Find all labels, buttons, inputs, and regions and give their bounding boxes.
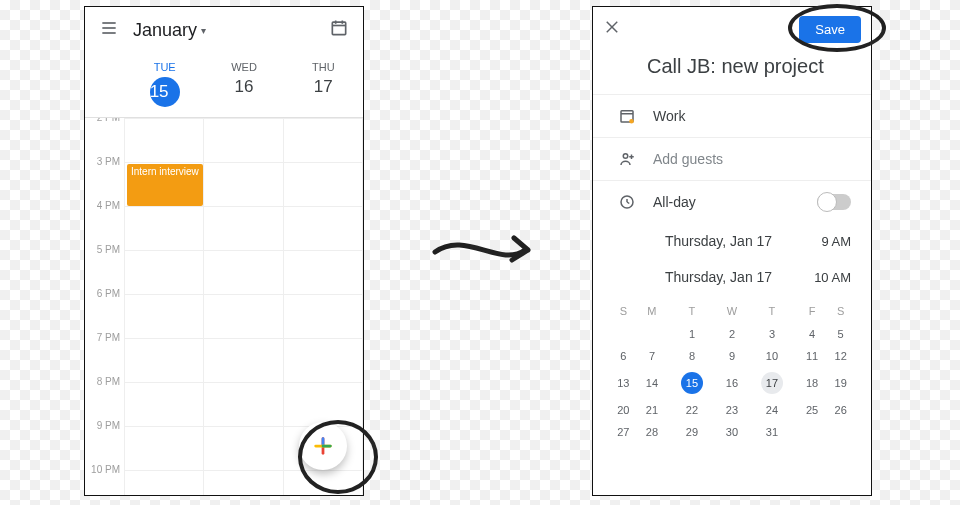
event-title-input[interactable]: Call JB: new project xyxy=(593,51,871,94)
svg-point-16 xyxy=(623,154,628,159)
hour-cell[interactable] xyxy=(125,338,204,382)
hour-label: 9 PM xyxy=(85,420,125,464)
hour-cell[interactable] xyxy=(204,206,283,250)
day-abbr: TUE xyxy=(154,61,176,73)
hour-label: 7 PM xyxy=(85,332,125,376)
mini-cal-day[interactable]: 19 xyxy=(826,367,855,399)
mini-cal-day[interactable]: 10 xyxy=(746,345,797,367)
close-icon[interactable] xyxy=(603,18,621,40)
mini-cal-day[interactable]: 4 xyxy=(798,323,827,345)
end-time: 10 AM xyxy=(814,270,851,285)
mini-cal-day[interactable]: 11 xyxy=(798,345,827,367)
mini-cal-day[interactable]: 25 xyxy=(798,399,827,421)
hour-cell[interactable] xyxy=(284,338,363,382)
day-number: 15 xyxy=(150,77,180,107)
mini-cal-day[interactable]: 16 xyxy=(718,367,747,399)
mini-cal-day[interactable]: 31 xyxy=(746,421,797,443)
mini-calendar[interactable]: SMTWTFS 12345678910111213141516171819202… xyxy=(593,295,871,451)
hour-cell[interactable] xyxy=(284,250,363,294)
allday-label: All-day xyxy=(653,194,817,210)
hour-cell[interactable] xyxy=(204,250,283,294)
svg-rect-3 xyxy=(332,22,345,34)
hour-cell[interactable] xyxy=(125,382,204,426)
create-event-fab[interactable] xyxy=(299,422,347,470)
clock-icon xyxy=(613,193,641,211)
create-event-topbar: Save xyxy=(593,7,871,51)
calendar-row[interactable]: Work xyxy=(593,94,871,137)
mini-cal-day[interactable]: 6 xyxy=(609,345,638,367)
hour-cell[interactable] xyxy=(284,118,363,162)
hour-cell[interactable] xyxy=(204,470,283,496)
mini-cal-day[interactable]: 15 xyxy=(666,367,717,399)
mini-cal-day[interactable]: 29 xyxy=(666,421,717,443)
month-picker[interactable]: January ▾ xyxy=(133,20,206,41)
allday-row: All-day xyxy=(593,180,871,223)
mini-cal-day[interactable]: 1 xyxy=(666,323,717,345)
hour-cell[interactable] xyxy=(204,338,283,382)
hour-label: 5 PM xyxy=(85,244,125,288)
mini-cal-day[interactable]: 13 xyxy=(609,367,638,399)
hamburger-icon[interactable] xyxy=(99,18,119,42)
mini-cal-day[interactable]: 30 xyxy=(718,421,747,443)
hour-grid-container: 2 PM3 PM4 PM5 PM6 PM7 PM8 PM9 PM10 PM In… xyxy=(85,118,363,496)
event-block[interactable]: Intern interview xyxy=(127,164,203,206)
mini-cal-day[interactable]: 20 xyxy=(609,399,638,421)
hour-cell[interactable] xyxy=(125,470,204,496)
mini-cal-day[interactable]: 18 xyxy=(798,367,827,399)
mini-cal-day[interactable]: 14 xyxy=(638,367,667,399)
mini-cal-day[interactable]: 5 xyxy=(826,323,855,345)
mini-cal-day[interactable]: 24 xyxy=(746,399,797,421)
hour-cell[interactable] xyxy=(204,382,283,426)
hour-cell[interactable] xyxy=(204,426,283,470)
guests-row[interactable]: Add guests xyxy=(593,137,871,180)
mini-cal-dow: T xyxy=(746,299,797,323)
mini-cal-day[interactable]: 27 xyxy=(609,421,638,443)
hour-cell[interactable] xyxy=(204,294,283,338)
mini-cal-dow: T xyxy=(666,299,717,323)
hour-cell[interactable] xyxy=(125,426,204,470)
mini-cal-day[interactable]: 17 xyxy=(746,367,797,399)
hour-cell[interactable] xyxy=(204,118,283,162)
hour-cell[interactable] xyxy=(284,206,363,250)
mini-cal-day[interactable]: 2 xyxy=(718,323,747,345)
day-header-wed[interactable]: WED 16 xyxy=(204,53,283,117)
mini-cal-day[interactable]: 22 xyxy=(666,399,717,421)
mini-cal-dow: S xyxy=(609,299,638,323)
mini-cal-day[interactable]: 28 xyxy=(638,421,667,443)
hour-cell[interactable] xyxy=(204,162,283,206)
hour-cell[interactable] xyxy=(125,118,204,162)
mini-cal-dow: S xyxy=(826,299,855,323)
day-number: 17 xyxy=(314,77,333,97)
hour-cell[interactable] xyxy=(125,250,204,294)
mini-cal-day[interactable]: 23 xyxy=(718,399,747,421)
hour-label: 4 PM xyxy=(85,200,125,244)
calendar-week-view: January ▾ TUE 15 WED 16 THU 17 2 PM3 PM4… xyxy=(84,6,364,496)
allday-toggle[interactable] xyxy=(817,194,851,210)
calendar-color-icon xyxy=(613,107,641,125)
hour-label: 10 PM xyxy=(85,464,125,496)
mini-cal-day[interactable]: 9 xyxy=(718,345,747,367)
jump-to-today-icon[interactable] xyxy=(329,18,349,42)
mini-cal-day[interactable]: 12 xyxy=(826,345,855,367)
start-row[interactable]: Thursday, Jan 17 9 AM xyxy=(593,223,871,259)
hour-cell[interactable] xyxy=(284,162,363,206)
mini-cal-day[interactable]: 3 xyxy=(746,323,797,345)
save-button[interactable]: Save xyxy=(799,16,861,43)
day-header-tue[interactable]: TUE 15 xyxy=(125,53,204,117)
hour-cell[interactable] xyxy=(284,294,363,338)
start-date: Thursday, Jan 17 xyxy=(665,233,821,249)
hour-label: 8 PM xyxy=(85,376,125,420)
chevron-down-icon: ▾ xyxy=(201,25,206,36)
mini-cal-day[interactable]: 8 xyxy=(666,345,717,367)
mini-cal-day[interactable]: 21 xyxy=(638,399,667,421)
hour-cell[interactable] xyxy=(284,470,363,496)
event-title: Intern interview xyxy=(131,166,199,177)
end-row[interactable]: Thursday, Jan 17 10 AM xyxy=(593,259,871,295)
day-header-thu[interactable]: THU 17 xyxy=(284,53,363,117)
mini-cal-day[interactable]: 26 xyxy=(826,399,855,421)
mini-cal-day[interactable]: 7 xyxy=(638,345,667,367)
hour-cell[interactable] xyxy=(125,206,204,250)
hour-cell[interactable] xyxy=(284,382,363,426)
guests-placeholder: Add guests xyxy=(653,151,851,167)
hour-cell[interactable] xyxy=(125,294,204,338)
